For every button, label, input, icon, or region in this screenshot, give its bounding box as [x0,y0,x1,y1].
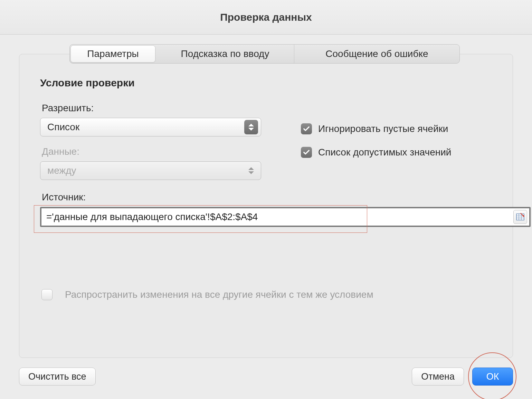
propagate-checkbox [41,289,53,300]
source-input[interactable]: ='данные для выпадающего списка'!$A$2:$A… [40,207,531,227]
criteria-right-column: Игнорировать пустые ячейки Список допуст… [301,103,451,170]
tab-input-message[interactable]: Подсказка по вводу [156,45,294,63]
criteria-left-column: Разрешить: Список Данные: между [40,103,266,190]
data-label: Данные: [42,146,266,157]
allow-select[interactable]: Список [40,118,261,136]
source-input-value: ='данные для выпадающего списка'!$A$2:$A… [46,211,513,222]
dialog-footer: Очистить все Отмена ОК [0,358,532,386]
range-picker-icon [516,212,525,221]
source-label: Источник: [42,192,495,203]
in-cell-dropdown-label: Список допустимых значений [318,147,451,158]
ignore-blank-label: Игнорировать пустые ячейки [318,123,448,134]
check-icon [303,125,310,133]
tab-bar: Параметры Подсказка по вводу Сообщение о… [69,44,460,64]
allow-select-value: Список [47,122,244,133]
criteria-heading: Условие проверки [40,77,495,89]
data-select: между [40,161,261,180]
dialog-content: Параметры Подсказка по вводу Сообщение о… [0,35,532,358]
in-cell-dropdown-checkbox[interactable] [301,147,312,158]
updown-icon [244,163,258,178]
data-select-value: между [47,165,244,176]
tab-error-alert[interactable]: Сообщение об ошибке [294,45,459,63]
clear-all-button[interactable]: Очистить все [19,368,96,386]
updown-icon [244,120,258,134]
svg-rect-0 [516,214,524,220]
settings-panel: Условие проверки Разрешить: Список Данны… [19,54,513,358]
ignore-blank-checkbox[interactable] [301,123,312,134]
range-picker-button[interactable] [513,210,527,224]
propagate-label: Распространить изменения на все другие я… [65,289,373,300]
dialog-title: Проверка данных [0,0,532,35]
cancel-button[interactable]: Отмена [412,368,464,386]
allow-label: Разрешить: [42,103,266,114]
tab-settings[interactable]: Параметры [70,45,155,63]
check-icon [303,149,310,156]
ok-button[interactable]: ОК [472,368,513,386]
